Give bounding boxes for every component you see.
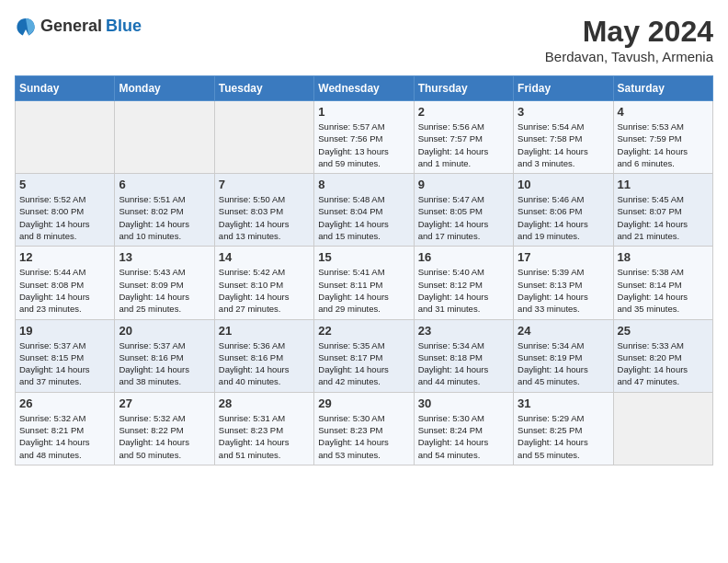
day-info: Sunrise: 5:34 AM Sunset: 8:19 PM Dayligh… <box>518 339 609 388</box>
day-number: 6 <box>119 178 210 191</box>
day-number: 20 <box>119 324 210 338</box>
calendar-cell: 13Sunrise: 5:43 AM Sunset: 8:09 PM Dayli… <box>115 247 214 319</box>
calendar-cell: 16Sunrise: 5:40 AM Sunset: 8:12 PM Dayli… <box>414 247 513 319</box>
day-number: 21 <box>219 324 310 338</box>
day-number: 22 <box>318 324 409 338</box>
day-number: 30 <box>418 396 509 410</box>
day-number: 7 <box>219 178 310 191</box>
calendar-cell: 5Sunrise: 5:52 AM Sunset: 8:00 PM Daylig… <box>16 174 115 247</box>
day-number: 1 <box>318 105 409 119</box>
calendar-cell: 11Sunrise: 5:45 AM Sunset: 8:07 PM Dayli… <box>613 174 712 247</box>
calendar: SundayMondayTuesdayWednesdayThursdayFrid… <box>15 75 713 465</box>
day-header-sunday: Sunday <box>16 76 115 101</box>
day-info: Sunrise: 5:31 AM Sunset: 8:23 PM Dayligh… <box>219 412 310 461</box>
day-info: Sunrise: 5:42 AM Sunset: 8:10 PM Dayligh… <box>219 266 310 315</box>
day-number: 27 <box>119 396 210 410</box>
day-info: Sunrise: 5:50 AM Sunset: 8:03 PM Dayligh… <box>219 193 310 242</box>
calendar-cell: 22Sunrise: 5:35 AM Sunset: 8:17 PM Dayli… <box>314 319 414 392</box>
calendar-cell: 26Sunrise: 5:32 AM Sunset: 8:21 PM Dayli… <box>16 392 115 465</box>
day-header-saturday: Saturday <box>613 76 712 101</box>
calendar-cell: 25Sunrise: 5:33 AM Sunset: 8:20 PM Dayli… <box>613 319 712 392</box>
calendar-cell: 28Sunrise: 5:31 AM Sunset: 8:23 PM Dayli… <box>214 392 313 465</box>
title-block: May 2024 Berdavan, Tavush, Armenia <box>545 15 713 64</box>
logo: GeneralBlue <box>15 15 142 37</box>
day-info: Sunrise: 5:53 AM Sunset: 7:59 PM Dayligh… <box>618 121 709 169</box>
calendar-cell: 3Sunrise: 5:54 AM Sunset: 7:58 PM Daylig… <box>514 101 613 174</box>
day-info: Sunrise: 5:43 AM Sunset: 8:09 PM Dayligh… <box>119 266 210 315</box>
day-number: 10 <box>518 178 609 191</box>
logo-general: General <box>40 17 102 36</box>
day-header-tuesday: Tuesday <box>214 76 313 101</box>
day-number: 8 <box>318 178 409 191</box>
day-number: 5 <box>19 178 110 191</box>
location: Berdavan, Tavush, Armenia <box>545 49 713 64</box>
day-number: 4 <box>618 105 709 119</box>
day-number: 29 <box>318 396 409 410</box>
day-info: Sunrise: 5:29 AM Sunset: 8:25 PM Dayligh… <box>518 412 609 461</box>
day-info: Sunrise: 5:30 AM Sunset: 8:23 PM Dayligh… <box>318 412 409 461</box>
day-info: Sunrise: 5:41 AM Sunset: 8:11 PM Dayligh… <box>318 266 409 315</box>
day-number: 15 <box>318 250 409 264</box>
day-info: Sunrise: 5:56 AM Sunset: 7:57 PM Dayligh… <box>418 121 509 169</box>
calendar-cell: 14Sunrise: 5:42 AM Sunset: 8:10 PM Dayli… <box>214 247 313 319</box>
day-number: 17 <box>518 250 609 264</box>
day-info: Sunrise: 5:35 AM Sunset: 8:17 PM Dayligh… <box>318 339 409 388</box>
day-info: Sunrise: 5:47 AM Sunset: 8:05 PM Dayligh… <box>418 193 509 242</box>
day-info: Sunrise: 5:32 AM Sunset: 8:21 PM Dayligh… <box>19 412 110 461</box>
logo-icon <box>15 15 37 37</box>
day-number: 18 <box>618 250 709 264</box>
calendar-cell: 31Sunrise: 5:29 AM Sunset: 8:25 PM Dayli… <box>514 392 613 465</box>
day-header-monday: Monday <box>115 76 214 101</box>
day-info: Sunrise: 5:38 AM Sunset: 8:14 PM Dayligh… <box>618 266 709 315</box>
logo-blue: Blue <box>106 17 142 36</box>
calendar-cell: 7Sunrise: 5:50 AM Sunset: 8:03 PM Daylig… <box>214 174 313 247</box>
calendar-cell: 18Sunrise: 5:38 AM Sunset: 8:14 PM Dayli… <box>613 247 712 319</box>
calendar-cell: 12Sunrise: 5:44 AM Sunset: 8:08 PM Dayli… <box>16 247 115 319</box>
calendar-cell: 30Sunrise: 5:30 AM Sunset: 8:24 PM Dayli… <box>414 392 513 465</box>
day-info: Sunrise: 5:30 AM Sunset: 8:24 PM Dayligh… <box>418 412 509 461</box>
calendar-cell: 6Sunrise: 5:51 AM Sunset: 8:02 PM Daylig… <box>115 174 214 247</box>
calendar-cell: 20Sunrise: 5:37 AM Sunset: 8:16 PM Dayli… <box>115 319 214 392</box>
day-info: Sunrise: 5:51 AM Sunset: 8:02 PM Dayligh… <box>119 193 210 242</box>
day-info: Sunrise: 5:36 AM Sunset: 8:16 PM Dayligh… <box>219 339 310 388</box>
day-number: 9 <box>418 178 509 191</box>
day-number: 11 <box>618 178 709 191</box>
calendar-cell: 24Sunrise: 5:34 AM Sunset: 8:19 PM Dayli… <box>514 319 613 392</box>
day-header-thursday: Thursday <box>414 76 513 101</box>
calendar-cell: 19Sunrise: 5:37 AM Sunset: 8:15 PM Dayli… <box>16 319 115 392</box>
day-number: 14 <box>219 250 310 264</box>
calendar-cell: 17Sunrise: 5:39 AM Sunset: 8:13 PM Dayli… <box>514 247 613 319</box>
calendar-cell: 29Sunrise: 5:30 AM Sunset: 8:23 PM Dayli… <box>314 392 414 465</box>
day-number: 28 <box>219 396 310 410</box>
day-number: 25 <box>618 324 709 338</box>
calendar-cell <box>16 101 115 174</box>
month-title: May 2024 <box>545 15 713 49</box>
calendar-cell: 23Sunrise: 5:34 AM Sunset: 8:18 PM Dayli… <box>414 319 513 392</box>
day-info: Sunrise: 5:40 AM Sunset: 8:12 PM Dayligh… <box>418 266 509 315</box>
day-number: 2 <box>418 105 509 119</box>
day-header-wednesday: Wednesday <box>314 76 414 101</box>
day-number: 24 <box>518 324 609 338</box>
calendar-cell <box>613 392 712 465</box>
day-info: Sunrise: 5:37 AM Sunset: 8:16 PM Dayligh… <box>119 339 210 388</box>
day-info: Sunrise: 5:34 AM Sunset: 8:18 PM Dayligh… <box>418 339 509 388</box>
calendar-cell: 8Sunrise: 5:48 AM Sunset: 8:04 PM Daylig… <box>314 174 414 247</box>
day-number: 31 <box>518 396 609 410</box>
day-number: 16 <box>418 250 509 264</box>
day-info: Sunrise: 5:33 AM Sunset: 8:20 PM Dayligh… <box>618 339 709 388</box>
day-number: 19 <box>19 324 110 338</box>
day-info: Sunrise: 5:45 AM Sunset: 8:07 PM Dayligh… <box>618 193 709 242</box>
day-number: 26 <box>19 396 110 410</box>
calendar-cell: 2Sunrise: 5:56 AM Sunset: 7:57 PM Daylig… <box>414 101 513 174</box>
day-number: 3 <box>518 105 609 119</box>
day-info: Sunrise: 5:44 AM Sunset: 8:08 PM Dayligh… <box>19 266 110 315</box>
day-info: Sunrise: 5:48 AM Sunset: 8:04 PM Dayligh… <box>318 193 409 242</box>
calendar-cell: 1Sunrise: 5:57 AM Sunset: 7:56 PM Daylig… <box>314 101 414 174</box>
day-info: Sunrise: 5:57 AM Sunset: 7:56 PM Dayligh… <box>318 121 409 169</box>
day-info: Sunrise: 5:32 AM Sunset: 8:22 PM Dayligh… <box>119 412 210 461</box>
calendar-cell: 21Sunrise: 5:36 AM Sunset: 8:16 PM Dayli… <box>214 319 313 392</box>
day-header-friday: Friday <box>514 76 613 101</box>
calendar-cell: 10Sunrise: 5:46 AM Sunset: 8:06 PM Dayli… <box>514 174 613 247</box>
calendar-cell <box>115 101 214 174</box>
calendar-cell: 15Sunrise: 5:41 AM Sunset: 8:11 PM Dayli… <box>314 247 414 319</box>
